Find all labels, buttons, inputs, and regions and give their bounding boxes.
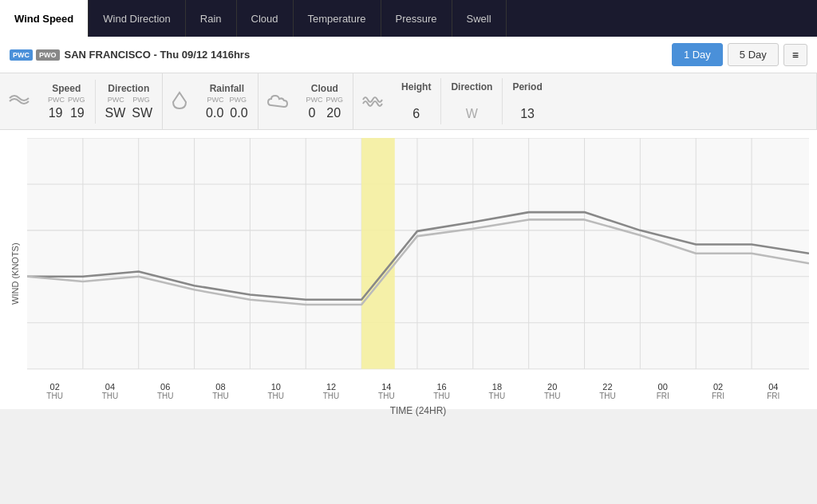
wind-dir-label: Direction [105, 83, 153, 94]
cloud-pwg-label: PWG [326, 96, 344, 104]
header-bar: PWC PWO SAN FRANCISCO - Thu 09/12 1416hr… [0, 37, 817, 73]
wind-dir-pwc-label: PWC [108, 96, 124, 104]
rain-pwg-label: PWG [230, 96, 247, 104]
wind-speed-label: Speed [48, 83, 85, 94]
swell-height-values: 6 [401, 107, 431, 121]
x-tick-6: 14THU [359, 382, 414, 400]
wind-speed-values: 19 19 [48, 106, 85, 120]
swell-dir-values: W [451, 107, 492, 121]
x-tick-7: 16THU [414, 382, 469, 400]
location-info: PWC PWO SAN FRANCISCO - Thu 09/12 1416hr… [10, 49, 250, 61]
swell-height-label: Height [401, 81, 431, 93]
wind-dir-sub: PWC PWG [105, 96, 153, 104]
chart-wrapper: WIND (KNOTS) [0, 138, 817, 409]
wind-section: Speed PWC PWG 19 19 Direction PWC PWG SW [0, 73, 163, 129]
wind-icon [0, 90, 38, 112]
cloud-col: Cloud PWC PWG 0 20 [297, 80, 353, 124]
x-tick-1: 04THU [82, 382, 137, 400]
nav-tabs: Wind Speed Wind Direction Rain Cloud Tem… [0, 0, 817, 37]
data-row: Speed PWC PWG 19 19 Direction PWC PWG SW [0, 73, 817, 130]
x-tick-13: 04FRI [746, 382, 801, 400]
x-tick-3: 08THU [193, 382, 248, 400]
menu-button[interactable]: ≡ [783, 44, 807, 66]
cloud-section: Cloud PWC PWG 0 20 [259, 73, 354, 129]
wind-dir-col: Direction PWC PWG SW SW [96, 80, 163, 124]
rain-section: Rainfall PWC PWG 0.0 0.0 [163, 73, 259, 129]
y-axis-label: WIND (KNOTS) [3, 138, 27, 409]
rain-pwg: 0.0 [230, 106, 247, 120]
wind-speed-pwc: 19 [49, 106, 63, 120]
cloud-values: 0 20 [306, 106, 344, 120]
wind-dir-pwg-label: PWG [132, 96, 150, 104]
wind-speed-pwc-label: PWC [48, 96, 65, 104]
five-day-button[interactable]: 5 Day [728, 43, 779, 66]
tab-cloud[interactable]: Cloud [237, 0, 294, 37]
swell-section: Height 6 Direction W Period 13 [353, 73, 817, 129]
rain-sub: PWC PWG [206, 96, 248, 104]
swell-cols: Height 6 Direction W Period 13 [392, 78, 816, 124]
wind-speed-col: Speed PWC PWG 19 19 [38, 80, 96, 124]
cloud-pwc-label: PWC [306, 96, 323, 104]
rain-label: Rainfall [206, 83, 248, 94]
swell-height-col: Height 6 [392, 78, 441, 124]
x-axis-title: TIME (24HR) [27, 405, 809, 416]
swell-period-col: Period 13 [503, 78, 551, 124]
rain-pwc: 0.0 [206, 106, 223, 120]
x-tick-0: 02THU [27, 382, 82, 400]
wind-dir-pwc: SW [105, 106, 126, 120]
rain-col: Rainfall PWC PWG 0.0 0.0 [196, 80, 258, 124]
cloud-pwc: 0 [309, 106, 316, 120]
cloud-label: Cloud [306, 83, 344, 94]
rain-values: 0.0 0.0 [206, 106, 248, 120]
rain-pwc-label: PWC [207, 96, 224, 104]
x-tick-2: 06THU [138, 382, 193, 400]
cloud-icon [259, 89, 297, 113]
swell-period-value: 13 [520, 107, 535, 121]
x-tick-10: 22THU [580, 382, 635, 400]
x-tick-8: 18THU [469, 382, 524, 400]
tab-swell[interactable]: Swell [452, 0, 507, 37]
cloud-sub: PWC PWG [306, 96, 344, 104]
wind-dir-pwg: SW [132, 106, 152, 120]
chart-svg: 0 5 10 15 20 25 [27, 138, 809, 377]
tab-rain[interactable]: Rain [186, 0, 237, 37]
svg-rect-0 [27, 138, 809, 369]
tab-pressure[interactable]: Pressure [381, 0, 452, 37]
x-tick-12: 02FRI [690, 382, 745, 400]
swell-dir-col: Direction W [441, 78, 503, 124]
wind-cols: Speed PWC PWG 19 19 Direction PWC PWG SW [38, 80, 162, 124]
wind-speed-sub: PWC PWG [48, 96, 85, 104]
header-right: 1 Day 5 Day ≡ [672, 43, 807, 66]
svg-rect-26 [361, 138, 395, 369]
x-tick-4: 10THU [248, 382, 303, 400]
x-tick-11: 00FRI [635, 382, 690, 400]
swell-period-label: Period [512, 81, 542, 93]
wind-speed-pwg: 19 [70, 106, 85, 120]
pwc-badge: PWC [10, 49, 33, 61]
wind-dir-values: SW SW [105, 106, 153, 120]
swell-dir-value: W [466, 107, 478, 121]
x-axis-ticks: 02THU 04THU 06THU 08THU 10THU 12THU 14TH… [27, 382, 801, 400]
tab-wind-speed[interactable]: Wind Speed [0, 0, 89, 37]
location-text: SAN FRANCISCO - Thu 09/12 1416hrs [65, 49, 251, 61]
pwg-badge: PWO [36, 49, 60, 61]
rain-icon [163, 88, 196, 115]
tab-wind-direction[interactable]: Wind Direction [89, 0, 186, 37]
one-day-button[interactable]: 1 Day [672, 43, 723, 66]
swell-icon [353, 89, 392, 113]
cloud-pwg: 20 [326, 106, 341, 120]
x-tick-5: 12THU [303, 382, 358, 400]
swell-period-values: 13 [512, 107, 542, 121]
swell-dir-label: Direction [451, 81, 492, 93]
x-tick-9: 20THU [525, 382, 580, 400]
wind-speed-pwg-label: PWG [68, 96, 85, 104]
tab-temperature[interactable]: Temperature [294, 0, 381, 37]
swell-height-value: 6 [412, 107, 420, 121]
chart-container: WIND (KNOTS) [0, 130, 817, 409]
chart-inner: 0 5 10 15 20 25 02THU 04T [27, 138, 809, 409]
